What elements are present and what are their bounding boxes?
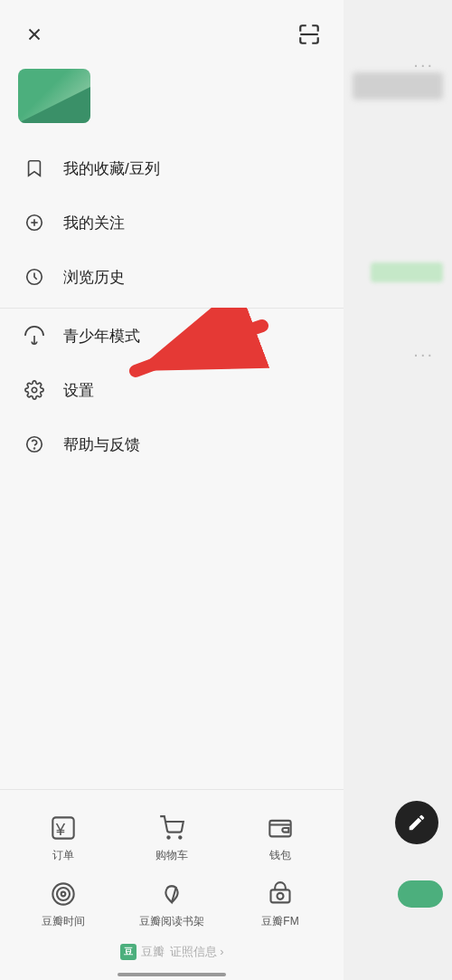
menu-item-history[interactable]: 浏览历史: [0, 250, 344, 304]
wallet-icon: [264, 812, 297, 844]
fm-icon: [264, 878, 297, 910]
svg-text:¥: ¥: [55, 820, 66, 839]
svg-rect-19: [271, 890, 290, 902]
bottom-item-douban-time[interactable]: 豆瓣时间: [27, 878, 99, 929]
svg-point-8: [32, 387, 37, 393]
close-icon: [24, 24, 44, 44]
bottom-row-2: 豆瓣时间 豆瓣阅读书架: [0, 869, 344, 935]
home-bar: [118, 973, 226, 976]
bottom-label-douban-time: 豆瓣时间: [42, 914, 85, 929]
yuan-icon: ¥: [47, 812, 80, 844]
cart-icon: [155, 812, 188, 844]
green-avatar-bubble: [398, 880, 443, 908]
drawer-header: [0, 0, 344, 60]
douban-logo: 豆: [120, 944, 137, 960]
drawer-bottom: ¥ 订单 购物车: [0, 789, 344, 980]
avatar: [18, 69, 90, 123]
side-drawer: 我的收藏/豆列 我的关注 浏览历史: [0, 0, 344, 980]
bottom-label-wallet: 钱包: [269, 848, 291, 863]
svg-point-20: [278, 893, 284, 899]
menu-item-settings[interactable]: 设置: [0, 363, 344, 417]
dots-mid: ···: [413, 344, 434, 365]
bottom-item-reading-shelf[interactable]: 豆瓣阅读书架: [136, 878, 208, 929]
blurred-text-mid: [371, 262, 443, 282]
umbrella-icon: [22, 323, 47, 348]
bottom-label-reading-shelf: 豆瓣阅读书架: [139, 914, 204, 929]
avatar-area[interactable]: [0, 60, 344, 141]
menu-label-history: 浏览历史: [63, 267, 125, 288]
menu-item-help[interactable]: 帮助与反馈: [0, 417, 344, 471]
bottom-item-wallet[interactable]: 钱包: [244, 812, 316, 863]
add-circle-icon: [22, 210, 47, 235]
svg-point-18: [61, 892, 66, 897]
bottom-item-cart[interactable]: 购物车: [136, 812, 208, 863]
svg-point-10: [34, 448, 35, 449]
bottom-label-douban-fm: 豆瓣FM: [261, 914, 298, 929]
menu-label-help: 帮助与反馈: [63, 434, 140, 455]
home-indicator: [0, 967, 344, 980]
menu-label-youth: 青少年模式: [63, 326, 140, 347]
footer-cert-text: 证照信息 ›: [170, 944, 224, 960]
edit-button[interactable]: [395, 801, 438, 844]
blurred-text-top: [353, 72, 443, 100]
menu-item-favorites[interactable]: 我的收藏/豆列: [0, 141, 344, 195]
menu-item-youth[interactable]: 青少年模式: [0, 308, 344, 363]
bottom-row-1: ¥ 订单 购物车: [0, 803, 344, 869]
menu-label-settings: 设置: [63, 380, 94, 401]
bookmark-icon: [22, 156, 47, 181]
svg-point-13: [167, 836, 169, 838]
scan-icon: [297, 23, 321, 46]
bottom-item-douban-fm[interactable]: 豆瓣FM: [244, 878, 316, 929]
bottom-label-orders: 订单: [52, 848, 74, 863]
edit-icon: [407, 813, 427, 833]
menu-item-following[interactable]: 我的关注: [0, 195, 344, 250]
menu-list: 我的收藏/豆列 我的关注 浏览历史: [0, 141, 344, 789]
clock-icon: [22, 264, 47, 290]
read-icon: [155, 878, 188, 910]
menu-label-favorites: 我的收藏/豆列: [63, 158, 160, 179]
gear-icon: [22, 377, 47, 403]
footer-cert[interactable]: 豆 豆瓣 证照信息 ›: [0, 935, 344, 967]
svg-point-14: [179, 836, 181, 838]
svg-point-17: [57, 888, 70, 900]
menu-label-following: 我的关注: [63, 213, 125, 233]
help-circle-icon: [22, 432, 47, 457]
footer-brand: 豆瓣: [141, 944, 165, 960]
svg-point-16: [52, 883, 73, 904]
bottom-item-orders[interactable]: ¥ 订单: [27, 812, 99, 863]
bottom-label-cart: 购物车: [155, 848, 188, 863]
close-button[interactable]: [18, 18, 51, 51]
target-icon: [47, 878, 80, 910]
scan-button[interactable]: [293, 18, 325, 51]
